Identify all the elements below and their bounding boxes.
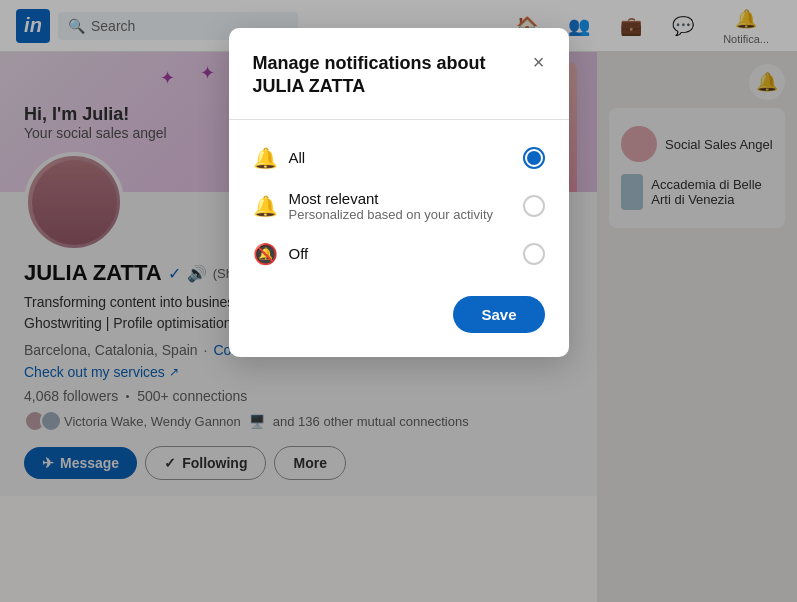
bell-all-icon: 🔔 <box>253 146 277 170</box>
option-relevant-text: Most relevant Personalized based on your… <box>289 190 511 222</box>
radio-relevant[interactable] <box>523 195 545 217</box>
modal-overlay: Manage notifications about JULIA ZATTA ×… <box>0 0 797 602</box>
notification-option-off[interactable]: 🔕 Off <box>253 232 545 276</box>
bell-off-icon: 🔕 <box>253 242 277 266</box>
notification-option-most-relevant[interactable]: 🔔 Most relevant Personalized based on yo… <box>253 180 545 232</box>
option-relevant-sublabel: Personalized based on your activity <box>289 207 511 222</box>
save-button[interactable]: Save <box>453 296 544 333</box>
radio-all-inner <box>527 151 541 165</box>
modal-title: Manage notifications about JULIA ZATTA <box>253 52 523 99</box>
modal-divider <box>229 119 569 120</box>
modal-close-button[interactable]: × <box>533 52 545 72</box>
option-all-label: All <box>289 149 511 166</box>
notification-option-all[interactable]: 🔔 All <box>253 136 545 180</box>
radio-all[interactable] <box>523 147 545 169</box>
option-all-text: All <box>289 149 511 166</box>
modal-footer: Save <box>253 296 545 333</box>
option-off-text: Off <box>289 245 511 262</box>
bell-relevant-icon: 🔔 <box>253 194 277 218</box>
modal-header: Manage notifications about JULIA ZATTA × <box>253 52 545 99</box>
manage-notifications-modal: Manage notifications about JULIA ZATTA ×… <box>229 28 569 357</box>
radio-off[interactable] <box>523 243 545 265</box>
option-off-label: Off <box>289 245 511 262</box>
option-relevant-label: Most relevant <box>289 190 511 207</box>
